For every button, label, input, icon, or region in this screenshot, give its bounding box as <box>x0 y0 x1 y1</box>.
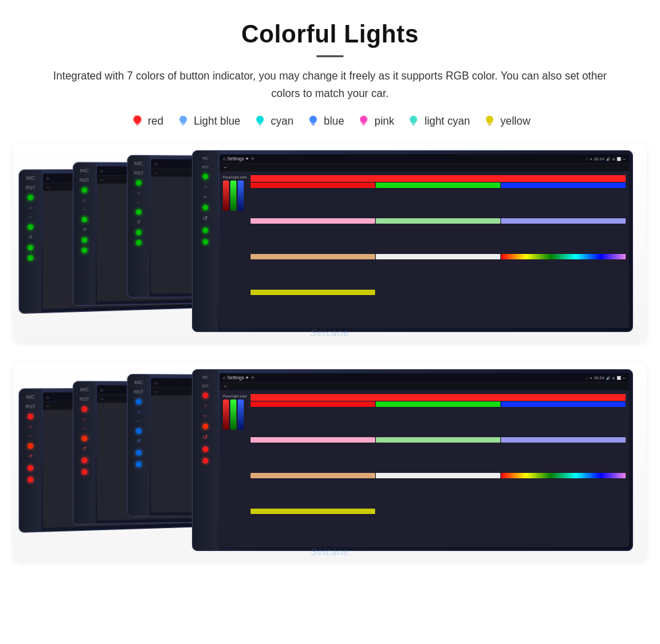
colors-row: red Light blue cyan <box>13 114 647 129</box>
color-label-red: red <box>148 115 164 127</box>
svg-point-12 <box>360 116 368 123</box>
color-label-lightcyan: light cyan <box>424 115 470 127</box>
bulb-icon-pink <box>356 114 371 129</box>
svg-rect-7 <box>258 123 262 125</box>
svg-rect-2 <box>136 125 139 126</box>
bulb-icon-lightcyan <box>406 114 421 129</box>
svg-rect-4 <box>181 123 185 125</box>
title-section: Colorful Lights Integrated with 7 colors… <box>13 20 647 102</box>
bulb-icon-yellow <box>482 114 497 129</box>
description-text: Integrated with 7 colors of button indic… <box>13 67 647 102</box>
color-label-yellow: yellow <box>500 115 530 127</box>
color-item-blue: blue <box>306 114 344 129</box>
color-item-red: red <box>130 114 164 129</box>
color-label-pink: pink <box>374 115 394 127</box>
svg-rect-5 <box>182 125 185 126</box>
color-label-lightblue: Light blue <box>194 115 240 127</box>
bulb-icon-blue <box>306 114 321 129</box>
bulb-icon-cyan <box>253 114 267 129</box>
svg-point-6 <box>257 116 264 123</box>
svg-rect-20 <box>488 125 491 126</box>
top-device-group: MIC RST ⌂ ← ↺ ⌂20:24 ← <box>13 143 647 342</box>
color-item-lightcyan: light cyan <box>406 114 470 129</box>
svg-rect-11 <box>312 125 315 126</box>
page-container: Colorful Lights Integrated with 7 colors… <box>0 0 660 575</box>
svg-rect-8 <box>259 125 261 126</box>
color-label-cyan: cyan <box>271 115 294 127</box>
device-unit-main-bottom: MIC RST ⌂ ← ↺ ⌂ Settings ✦ <box>192 369 633 551</box>
svg-rect-13 <box>362 123 366 125</box>
svg-point-18 <box>486 116 494 123</box>
color-item-cyan: cyan <box>253 114 294 129</box>
color-item-yellow: yellow <box>482 114 530 129</box>
svg-rect-10 <box>311 123 315 125</box>
color-item-pink: pink <box>356 114 394 129</box>
device-unit-main-top: MIC RST ⌂ ← ↺ ⌂ Settings ✦ <box>192 150 633 332</box>
svg-point-9 <box>309 116 317 123</box>
svg-rect-19 <box>488 123 492 125</box>
svg-rect-1 <box>135 123 139 125</box>
svg-point-3 <box>179 116 187 123</box>
bulb-icon-lightblue <box>176 114 191 129</box>
bottom-device-group: MIC RST ⌂ ← ↺ ⌂20:24 ← <box>13 362 647 561</box>
svg-rect-16 <box>412 123 416 125</box>
svg-rect-14 <box>362 125 365 126</box>
svg-point-0 <box>133 116 141 123</box>
multi-unit-display-top: MIC RST ⌂ ← ↺ ⌂20:24 ← <box>20 150 640 335</box>
svg-rect-17 <box>413 125 416 126</box>
title-divider <box>317 55 343 57</box>
color-item-lightblue: Light blue <box>176 114 240 129</box>
page-title: Colorful Lights <box>13 20 647 49</box>
svg-point-15 <box>410 116 418 123</box>
bulb-icon-red <box>130 114 145 129</box>
color-label-blue: blue <box>324 115 344 127</box>
multi-unit-display-bottom: MIC RST ⌂ ← ↺ ⌂20:24 ← <box>20 369 640 554</box>
units-section: MIC RST ⌂ ← ↺ ⌂20:24 ← <box>13 143 647 561</box>
